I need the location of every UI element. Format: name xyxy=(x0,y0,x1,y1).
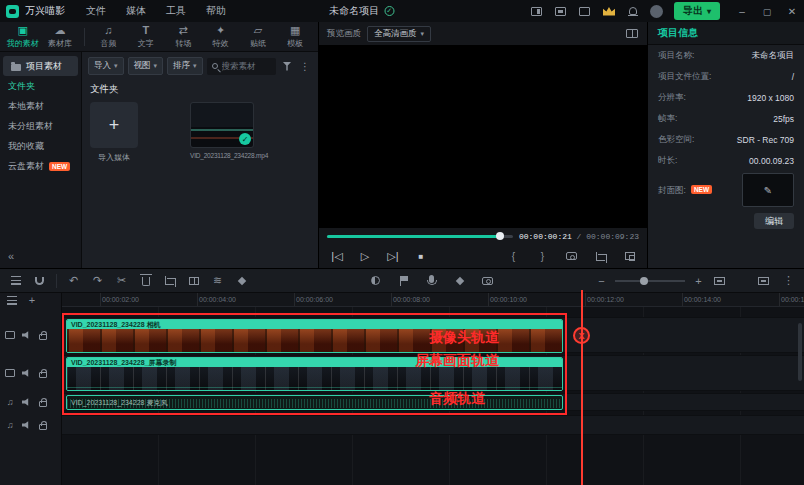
import-dropdown[interactable]: 导入 ▾ xyxy=(88,57,124,75)
sidebar-item-ungrouped[interactable]: 未分组素材 xyxy=(0,116,81,136)
lock-icon[interactable] xyxy=(39,424,47,430)
menu-help[interactable]: 帮助 xyxy=(199,4,233,18)
seek-handle[interactable] xyxy=(496,232,504,240)
fit-timeline-icon[interactable] xyxy=(712,273,727,288)
undo-icon[interactable] xyxy=(66,273,81,288)
snapshot-camera-icon[interactable] xyxy=(564,249,579,263)
timeline-settings-icon[interactable] xyxy=(756,273,771,288)
tab-text[interactable]: T 文字 xyxy=(127,24,164,49)
zoom-in-icon[interactable]: + xyxy=(691,273,706,288)
membership-crown-icon[interactable] xyxy=(602,4,616,18)
redo-icon[interactable] xyxy=(90,273,105,288)
saved-check-icon xyxy=(384,6,394,16)
notification-bell-icon[interactable] xyxy=(626,4,640,18)
layout-icon[interactable] xyxy=(530,4,544,18)
info-row: 色彩空间: SDR - Rec 709 xyxy=(648,129,804,150)
sidebar-item-favorites[interactable]: 我的收藏 xyxy=(0,136,81,156)
snap-magnet-icon[interactable] xyxy=(32,273,47,288)
timeline-panel: − + xyxy=(0,268,804,485)
mark-out-icon[interactable]: } xyxy=(535,249,550,263)
view-dropdown[interactable]: 视图 ▾ xyxy=(128,57,164,75)
mute-speaker-icon[interactable] xyxy=(22,331,32,340)
minimize-button[interactable] xyxy=(736,6,748,17)
keyframe-icon[interactable] xyxy=(234,273,249,288)
maximize-button[interactable] xyxy=(761,6,773,17)
tab-stock-library[interactable]: ☁ 素材库 xyxy=(41,24,78,49)
download-icon[interactable] xyxy=(554,4,568,18)
mute-speaker-icon[interactable] xyxy=(22,369,32,378)
crop-clip-icon[interactable] xyxy=(162,273,177,288)
info-row: 项目文件位置: / xyxy=(648,66,804,87)
cover-thumbnail[interactable] xyxy=(742,173,794,207)
marker-flag-icon[interactable] xyxy=(396,273,411,288)
fullscreen-icon[interactable] xyxy=(622,249,637,263)
preview-quality-dropdown[interactable]: 全高清画质 ▾ xyxy=(367,26,431,42)
compare-view-icon[interactable] xyxy=(624,27,639,41)
seek-bar[interactable] xyxy=(327,235,513,238)
lock-icon[interactable] xyxy=(39,372,47,378)
keyframe-diamond-icon[interactable] xyxy=(452,273,467,288)
media-item-video[interactable]: VID_20231128_234228.mp4 xyxy=(190,102,260,159)
mute-speaker-icon[interactable] xyxy=(22,398,32,407)
close-button[interactable] xyxy=(786,6,798,17)
preview-quality-value: 全高清画质 xyxy=(374,28,417,40)
track-manager-icon[interactable] xyxy=(8,273,23,288)
avatar[interactable] xyxy=(650,4,664,18)
next-frame-button[interactable]: ▷| xyxy=(385,250,401,263)
sidebar-item-local-media[interactable]: 本地素材 xyxy=(0,96,81,116)
lock-icon[interactable] xyxy=(39,401,47,407)
transport-controls: |◁ ▷ ▷| ■ { } xyxy=(319,244,647,268)
import-media-tile[interactable]: + 导入媒体 xyxy=(90,102,138,163)
manage-tracks-icon[interactable] xyxy=(6,294,18,306)
delete-icon[interactable] xyxy=(138,273,153,288)
menu-file[interactable]: 文件 xyxy=(79,4,113,18)
timeline-more-icon[interactable] xyxy=(781,273,796,288)
previous-frame-button[interactable]: |◁ xyxy=(329,250,345,263)
timeline-ruler[interactable]: 00:00:02:00 00:00:04:00 00:00:06:00 00:0… xyxy=(62,293,804,307)
search-input[interactable] xyxy=(222,61,271,71)
crop-icon[interactable] xyxy=(593,249,608,263)
tab-stickers[interactable]: ▱ 贴纸 xyxy=(239,24,276,49)
lock-icon[interactable] xyxy=(39,334,47,340)
tab-effects[interactable]: ✦ 特效 xyxy=(202,24,239,49)
snapshot-icon[interactable] xyxy=(480,273,495,288)
zoom-slider[interactable] xyxy=(615,280,685,282)
mark-in-icon[interactable]: { xyxy=(506,249,521,263)
tab-transition[interactable]: ⇄ 转场 xyxy=(164,24,201,49)
mute-speaker-icon[interactable] xyxy=(22,421,32,430)
split-icon[interactable] xyxy=(186,273,201,288)
new-badge: NEW xyxy=(691,185,712,194)
timeline-center-tools xyxy=(368,273,495,288)
menu-media[interactable]: 媒体 xyxy=(119,4,153,18)
voiceover-mic-icon[interactable] xyxy=(424,273,439,288)
tab-my-media[interactable]: ▣ 我的素材 xyxy=(4,24,41,49)
tab-audio[interactable]: ♫ 音频 xyxy=(90,24,127,49)
sidebar-item-folder[interactable]: 文件夹 xyxy=(0,76,81,96)
sidebar-collapse-icon[interactable] xyxy=(8,250,14,262)
render-preview-icon[interactable] xyxy=(368,273,383,288)
edit-cover-button[interactable]: 编辑 xyxy=(754,213,794,229)
annotation-playhead-line xyxy=(581,290,583,485)
zoom-slider-handle[interactable] xyxy=(640,277,648,285)
filter-funnel-icon[interactable] xyxy=(280,59,294,73)
timeline-vertical-scrollbar[interactable] xyxy=(798,323,802,381)
stop-button[interactable]: ■ xyxy=(413,252,429,261)
preview-video-area[interactable] xyxy=(319,45,647,228)
export-button[interactable]: 导出 ▾ xyxy=(674,2,720,20)
menu-tools[interactable]: 工具 xyxy=(159,4,193,18)
more-options-icon[interactable] xyxy=(298,59,312,73)
clip-screen-thumbnails xyxy=(67,367,562,390)
screen-record-icon[interactable] xyxy=(578,4,592,18)
zoom-out-icon[interactable]: − xyxy=(594,273,609,288)
scissors-icon[interactable] xyxy=(114,273,129,288)
sidebar-item-cloud[interactable]: 云盘素材 NEW xyxy=(0,156,81,176)
play-button[interactable]: ▷ xyxy=(357,250,373,263)
tab-templates[interactable]: ▦ 模板 xyxy=(277,24,314,49)
clip-audio[interactable]: VID_20231128_234228 麦克风 xyxy=(66,395,563,410)
my-media-icon: ▣ xyxy=(17,24,27,37)
add-track-icon[interactable] xyxy=(26,294,38,306)
timeline-toolbar: − + xyxy=(0,269,804,293)
speed-icon[interactable] xyxy=(210,273,225,288)
sort-dropdown[interactable]: 排序 ▾ xyxy=(167,57,203,75)
sidebar-item-project-media[interactable]: 项目素材 xyxy=(3,56,78,76)
